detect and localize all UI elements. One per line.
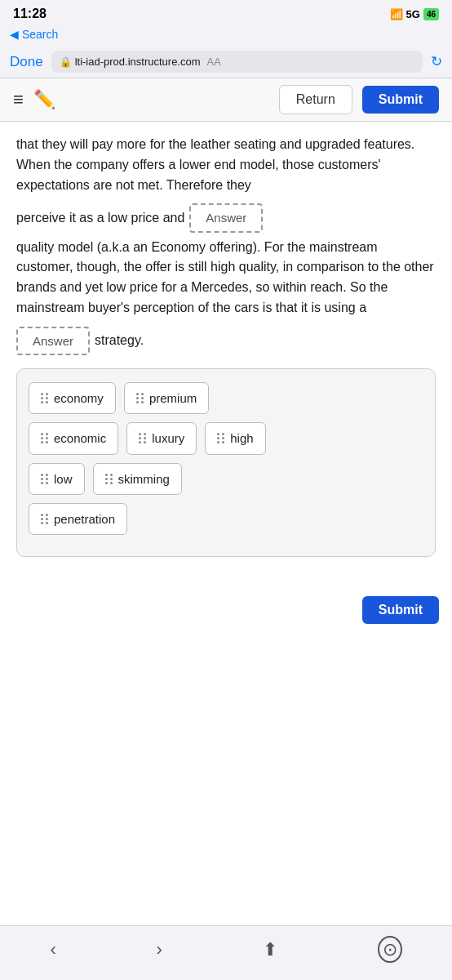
status-bar: 11:28 📶 5G 46	[0, 0, 452, 24]
browser-bar: Done 🔒 lti-iad-prod.instructure.com AA ↻	[0, 46, 452, 78]
drag-handle-low	[41, 474, 49, 484]
lock-icon: 🔒	[60, 56, 72, 68]
paragraph-2: quality model (a.k.a an Economy offering…	[16, 238, 436, 318]
toolbar: ≡ ✏️ Return Submit	[0, 78, 452, 122]
answer-blank-2-text: Answer	[33, 332, 73, 350]
reload-icon: ↻	[431, 53, 442, 70]
chip-premium[interactable]: premium	[124, 382, 209, 414]
nav-compass-button[interactable]: ⊙	[365, 936, 415, 964]
inline-answer-1-line: perceive it as a low price and Answer	[16, 203, 436, 232]
inline-prefix-1: perceive it as a low price and	[16, 208, 184, 229]
drag-handle-luxury	[139, 433, 147, 443]
chip-penetration[interactable]: penetration	[29, 503, 127, 535]
chip-luxury[interactable]: luxury	[126, 422, 197, 454]
para2-text: quality model (a.k.a an Economy offering…	[16, 240, 434, 314]
bottom-nav: ‹ › ⬆ ⊙	[0, 925, 452, 980]
aa-label[interactable]: AA	[207, 56, 221, 68]
chip-high[interactable]: high	[205, 422, 265, 454]
chip-skimming[interactable]: skimming	[93, 463, 182, 495]
compass-icon: ⊙	[378, 936, 402, 963]
drag-handle-economy	[41, 393, 49, 403]
nav-back-button[interactable]: ‹	[37, 936, 69, 964]
submit-button-top[interactable]: Submit	[362, 86, 439, 114]
answer-blank-1[interactable]: Answer	[189, 203, 263, 232]
drag-handle-skimming	[105, 474, 113, 484]
chip-luxury-label: luxury	[152, 429, 184, 448]
strategy-suffix: strategy.	[95, 331, 144, 351]
drag-handle-economic	[41, 433, 49, 443]
answer-blank-2[interactable]: Answer	[16, 327, 90, 355]
chip-low[interactable]: low	[29, 463, 85, 495]
word-bank-row-3: low skimming	[29, 463, 423, 495]
share-icon: ⬆	[263, 939, 277, 960]
bottom-bar: Submit	[0, 586, 452, 637]
submit-button-bottom[interactable]: Submit	[362, 596, 439, 624]
done-button[interactable]: Done	[10, 54, 43, 70]
reload-button[interactable]: ↻	[431, 53, 442, 70]
chip-penetration-label: penetration	[54, 510, 115, 528]
chip-economy-label: economy	[54, 389, 104, 408]
network-type: 5G	[406, 8, 420, 20]
drag-handle-high	[217, 433, 225, 443]
pencil-icon[interactable]: ✏️	[33, 89, 55, 110]
status-time: 11:28	[13, 7, 47, 21]
chip-high-label: high	[230, 429, 253, 448]
nav-forward-button[interactable]: ›	[144, 936, 175, 964]
word-bank: economy premium economic luxury	[16, 368, 436, 557]
chip-skimming-label: skimming	[118, 470, 170, 488]
back-to-search[interactable]: ◀ Search	[10, 28, 58, 41]
chip-economic[interactable]: economic	[29, 422, 118, 454]
content-area: that they will pay more for the leather …	[0, 122, 452, 586]
drag-handle-premium	[136, 393, 144, 403]
signal-icon: 📶	[390, 8, 403, 20]
word-bank-row-4: penetration	[29, 503, 423, 535]
return-button[interactable]: Return	[279, 85, 352, 114]
battery-badge: 46	[423, 8, 439, 20]
word-bank-row-2: economic luxury high	[29, 422, 423, 454]
url-text: lti-iad-prod.instructure.com	[75, 56, 201, 68]
url-bar[interactable]: 🔒 lti-iad-prod.instructure.com AA	[51, 51, 423, 73]
chip-economy[interactable]: economy	[29, 382, 116, 414]
word-bank-row-1: economy premium	[29, 382, 423, 414]
paragraph-1: that they will pay more for the leather …	[16, 135, 436, 195]
chip-low-label: low	[54, 470, 73, 488]
answer-blank-1-text: Answer	[206, 208, 246, 227]
status-icons: 📶 5G 46	[390, 8, 439, 20]
inline-answer-2-line: Answer strategy.	[16, 327, 436, 355]
drag-handle-penetration	[41, 514, 49, 524]
menu-icon[interactable]: ≡	[13, 89, 24, 110]
chip-economic-label: economic	[54, 429, 106, 448]
chip-premium-label: premium	[149, 389, 197, 408]
nav-share-button[interactable]: ⬆	[250, 936, 290, 964]
para1-text: that they will pay more for the leather …	[16, 137, 414, 192]
browser-back-nav[interactable]: ◀ Search	[0, 24, 452, 46]
